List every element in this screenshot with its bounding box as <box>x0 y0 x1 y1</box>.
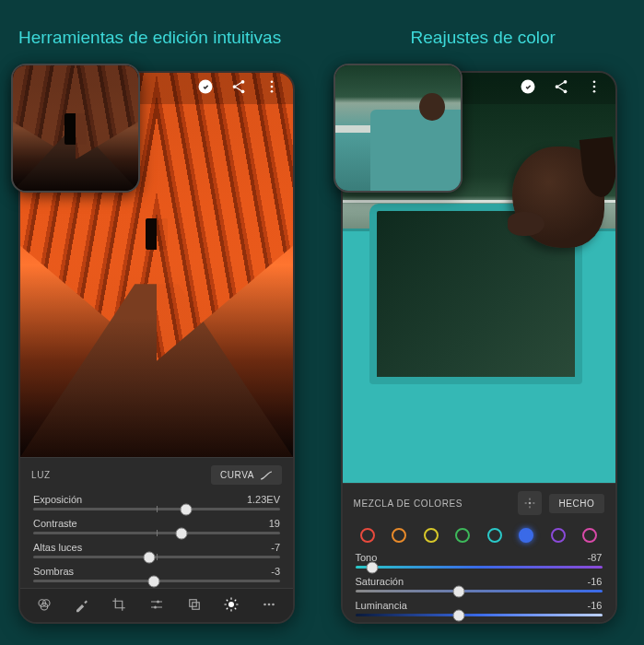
more-tools-icon[interactable] <box>261 596 277 616</box>
filters-icon[interactable] <box>36 596 53 616</box>
slider-exposure[interactable]: Exposición1.23EV <box>20 492 293 510</box>
svg-point-22 <box>592 80 595 83</box>
thumbnail-before-right <box>334 64 463 193</box>
slider-shadows[interactable]: Sombras-3 <box>20 564 293 582</box>
headline-left: Herramientas de edición intuitivas <box>18 28 304 48</box>
done-button[interactable]: HECHO <box>549 494 603 513</box>
color-swatch-row <box>343 522 615 550</box>
color-swatch-green[interactable] <box>455 528 470 543</box>
accept-icon[interactable] <box>520 78 536 99</box>
adjust-icon[interactable] <box>148 596 165 616</box>
svg-point-17 <box>272 604 275 606</box>
svg-point-14 <box>228 602 234 607</box>
svg-point-25 <box>529 502 532 505</box>
feature-col-right: Reajustes de color <box>341 28 626 624</box>
layers-icon[interactable] <box>186 596 203 616</box>
color-swatch-blue[interactable] <box>519 528 533 543</box>
svg-point-5 <box>271 86 274 88</box>
headline-right: Reajustes de color <box>341 28 626 48</box>
curve-button[interactable]: CURVA <box>211 465 282 485</box>
svg-point-18 <box>521 80 534 94</box>
svg-point-16 <box>267 604 270 606</box>
phone-wrap-left: LUZ CURVA Exposición1.23EV Contraste19 <box>18 71 304 624</box>
color-swatch-magenta[interactable] <box>582 528 597 543</box>
svg-point-15 <box>263 604 266 606</box>
svg-point-1 <box>241 80 245 84</box>
svg-rect-12 <box>189 600 196 607</box>
more-icon[interactable] <box>263 78 280 99</box>
color-swatch-orange[interactable] <box>392 528 406 543</box>
svg-point-0 <box>199 80 213 94</box>
svg-point-2 <box>233 85 237 88</box>
svg-point-20 <box>555 85 558 88</box>
light-icon[interactable] <box>223 596 240 616</box>
target-adjust-button[interactable] <box>518 491 542 515</box>
svg-point-23 <box>592 86 595 88</box>
share-icon[interactable] <box>230 78 247 99</box>
edit-panel-light: LUZ CURVA Exposición1.23EV Contraste19 <box>20 457 293 622</box>
slider-highlights[interactable]: Altas luces-7 <box>20 540 293 558</box>
svg-point-19 <box>563 80 567 84</box>
share-icon[interactable] <box>553 78 569 99</box>
eyedropper-icon[interactable] <box>74 596 90 616</box>
bottom-toolbar <box>20 588 293 622</box>
crop-icon[interactable] <box>111 596 127 616</box>
svg-point-3 <box>241 89 245 93</box>
svg-point-10 <box>157 601 159 604</box>
panel-title: LUZ <box>31 470 51 480</box>
slider-luminance[interactable]: Luminancia-16 <box>343 598 615 616</box>
svg-point-6 <box>271 90 274 93</box>
edit-panel-colormix: MEZCLA DE COLORES HECHO <box>343 483 615 622</box>
slider-saturation[interactable]: Saturación-16 <box>343 574 615 592</box>
svg-point-24 <box>592 90 595 93</box>
panel-title: MEZCLA DE COLORES <box>354 498 463 509</box>
color-swatch-aqua[interactable] <box>487 528 502 543</box>
more-icon[interactable] <box>586 78 603 99</box>
svg-point-11 <box>154 606 157 609</box>
slider-hue[interactable]: Tono-87 <box>343 550 615 569</box>
feature-col-left: Herramientas de edición intuitivas <box>18 28 304 624</box>
slider-contrast[interactable]: Contraste19 <box>20 516 293 534</box>
color-swatch-red[interactable] <box>360 528 375 543</box>
svg-point-4 <box>271 80 274 83</box>
color-swatch-purple[interactable] <box>551 528 566 543</box>
thumbnail-before-left <box>11 64 140 193</box>
phone-wrap-right: MEZCLA DE COLORES HECHO <box>341 71 626 624</box>
color-swatch-yellow[interactable] <box>424 528 439 543</box>
accept-icon[interactable] <box>197 78 214 99</box>
svg-point-21 <box>563 89 567 93</box>
svg-rect-13 <box>192 603 199 610</box>
